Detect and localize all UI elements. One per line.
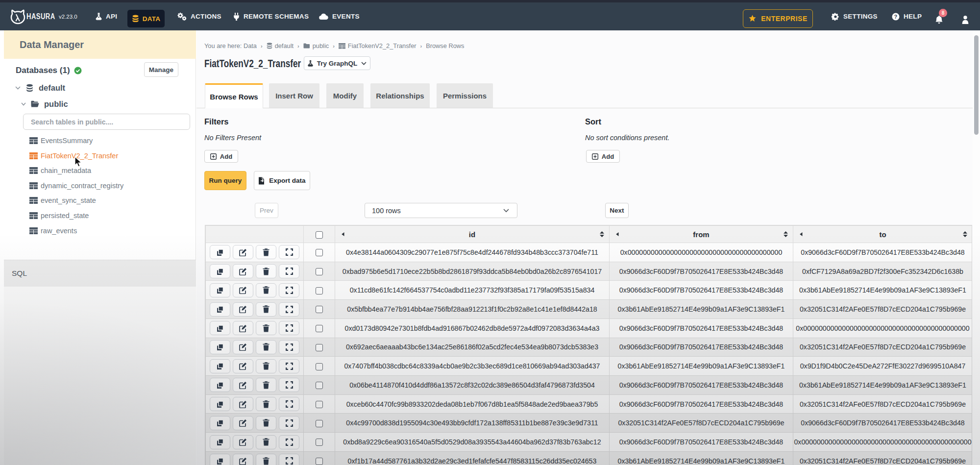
svg-text:?: ? <box>894 13 897 19</box>
